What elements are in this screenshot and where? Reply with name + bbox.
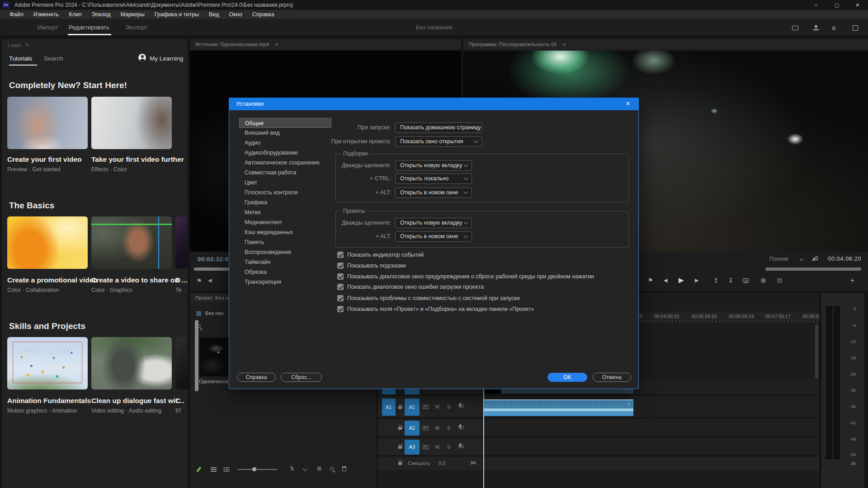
workspaces-icon[interactable]: ≡ [832,24,836,32]
bins-alt-select[interactable]: Открыть в новом окне [395,188,472,198]
projects-double-click-select[interactable]: Открыть новую вкладку [395,218,472,228]
pref-category-graphics[interactable]: Графика [239,197,331,207]
menu-clip[interactable]: Клип [64,11,86,18]
find-icon[interactable] [330,467,334,470]
tab-search[interactable]: Search [44,55,63,62]
card-title[interactable]: Create your first video [7,155,82,164]
project-tab[interactable]: Без наз [205,310,223,316]
reset-button[interactable]: Сброс... [281,373,322,382]
program-timecode[interactable]: 00:04:06:20 [828,255,861,262]
track-name-a1[interactable]: A1 [405,399,420,416]
share-icon[interactable] [816,25,816,29]
mark-in-icon[interactable]: ◀ [208,277,212,283]
add-marker-icon[interactable]: ⚑ [648,277,653,284]
card-title[interactable]: Take your first video further [91,155,184,164]
timeline-v-scrollbar[interactable] [815,324,818,379]
source-assign-a1[interactable]: A1 [382,399,396,416]
checkbox-show-tooltips[interactable] [337,263,344,269]
lock-icon[interactable] [398,427,402,430]
checkbox-compatibility-issues[interactable] [337,295,344,301]
pen-edit-icon[interactable] [196,466,201,472]
bins-double-click-select[interactable]: Открыть новую вкладку [395,160,472,171]
tutorial-card-partial[interactable] [175,337,188,389]
mute-button[interactable]: M [435,444,439,450]
step-back-icon[interactable]: ◀ [664,277,667,283]
menu-sequence[interactable]: Эпизод [86,11,115,18]
button-editor-icon[interactable]: ⊡ [777,277,782,284]
minimize-button[interactable]: – [806,0,826,10]
source-panel-title[interactable]: Источник: Одноклассники.mp4 [195,42,269,47]
pref-category-trim[interactable]: Обрезка [239,267,331,277]
tab-edit[interactable]: Редактировать [69,24,109,31]
checkbox-workspace-reset-warning[interactable] [337,273,344,280]
tutorial-card-animation-fundamentals[interactable]: ICELAND [7,337,88,389]
tutorial-card-create-first-video[interactable] [7,97,88,149]
lock-icon[interactable] [398,462,402,465]
export-frame-icon[interactable] [743,278,749,283]
clip-label[interactable]: Однокласси [199,379,228,384]
fit-level-select[interactable]: Полное [769,256,788,262]
program-panel-title[interactable]: Программа: Последовательность 01 [469,42,557,47]
zoom-slider[interactable] [237,469,277,470]
tutorial-card-clean-dialogue[interactable] [91,337,172,389]
pref-category-timeline[interactable]: Таймлайн [239,257,331,267]
quick-export-icon[interactable] [792,26,798,30]
menu-graphics[interactable]: Графика и титры [150,11,204,18]
dialog-close-icon[interactable]: × [622,98,634,110]
list-view-icon[interactable] [211,467,217,472]
lift-icon[interactable]: ↥ [713,277,718,284]
mute-button[interactable]: M [435,404,439,409]
voiceover-mic-icon[interactable] [459,403,462,407]
program-zoom-scrollbar[interactable] [765,267,861,271]
checkbox-project-bin-fields[interactable] [337,306,344,312]
dialog-titlebar[interactable]: Установки × [229,98,639,110]
track-header-a2[interactable]: A2 M S [378,419,484,437]
tutorial-card-partial[interactable] [175,216,188,269]
mute-button[interactable]: M [435,425,439,431]
voiceover-mic-icon[interactable] [459,424,462,428]
track-header-a1[interactable]: A1 A1 M S [378,396,484,418]
tutorial-card-take-video-further[interactable] [91,97,172,149]
close-button[interactable]: × [847,0,868,10]
card-title[interactable]: D [175,276,180,284]
mix-gain-value[interactable]: 0,0 [439,460,445,466]
panel-menu-icon[interactable]: ≡ [563,42,566,47]
menu-markers[interactable]: Маркеры [116,11,150,18]
compare-view-icon[interactable]: ⊞ [761,277,766,284]
trash-icon[interactable] [342,466,346,471]
icon-view-icon[interactable] [224,467,229,472]
checkbox-project-load-errors[interactable] [337,284,344,290]
track-name-a3[interactable]: A3 [405,440,420,455]
track-display-icon[interactable] [423,426,429,430]
solo-button[interactable]: S [447,425,450,431]
solo-button[interactable]: S [447,444,450,450]
pref-category-transcription[interactable]: Транскрипция [239,277,331,287]
menu-window[interactable]: Окно [224,11,247,18]
ok-button[interactable]: OK [547,373,587,382]
play-icon[interactable]: ▶ [679,276,684,284]
card-title[interactable]: Clean up dialogue fast wit… [91,397,185,405]
open-project-select[interactable]: Показать окно открытия [395,136,482,147]
help-button[interactable]: Справка [237,373,276,382]
step-forward-icon[interactable]: ▶ [695,277,698,283]
tutorial-card-promotional-video[interactable] [7,216,88,269]
chevron-down-icon[interactable] [303,467,307,471]
tutorial-card-share-video[interactable] [91,216,172,269]
track-header-a3[interactable]: A3 M S [378,438,484,456]
card-title[interactable]: Create a promotional video [7,276,98,284]
menu-edit[interactable]: Изменить [28,11,64,18]
card-title[interactable]: Create a video to share on … [91,276,188,284]
track-name-a2[interactable]: A2 [405,421,420,436]
cancel-button[interactable]: Отмена [593,373,631,382]
checkbox-show-event-indicator[interactable] [337,252,344,258]
pref-category-labels[interactable]: Метки [239,207,331,217]
sort-icon[interactable]: ⇅ [290,465,294,472]
pref-category-audio-hardware[interactable]: Аудиооборудование [239,148,331,158]
lock-icon[interactable] [398,406,402,409]
lock-icon[interactable] [398,446,402,449]
clip-thumbnail[interactable] [199,338,230,376]
menu-help[interactable]: Справка [247,11,279,18]
tab-tutorials[interactable]: Tutorials [9,55,32,62]
project-scrollbar[interactable] [195,320,198,391]
startup-select[interactable]: Показать домашнюю страницу [395,122,482,133]
